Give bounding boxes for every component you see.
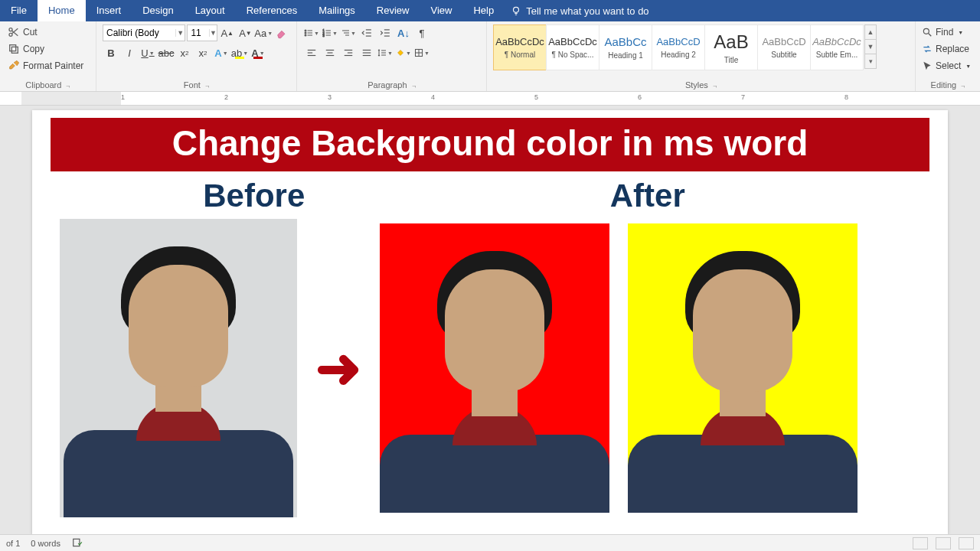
image-after-red[interactable] xyxy=(380,223,609,513)
align-center-button[interactable] xyxy=(322,44,338,61)
decrease-indent-button[interactable] xyxy=(358,24,375,41)
show-marks-button[interactable]: ¶ xyxy=(413,24,430,41)
horizontal-ruler[interactable]: 12345678 xyxy=(0,92,980,106)
outdent-icon xyxy=(361,28,372,38)
shading-button[interactable]: ▼ xyxy=(395,44,412,61)
tab-layout[interactable]: Layout xyxy=(185,0,236,21)
read-mode-button[interactable] xyxy=(913,537,928,549)
borders-icon xyxy=(414,47,423,58)
clear-formatting-button[interactable] xyxy=(273,24,290,41)
search-icon xyxy=(922,27,933,37)
line-spacing-icon xyxy=(377,47,387,58)
underline-button[interactable]: U▼ xyxy=(139,44,156,61)
find-label: Find xyxy=(936,27,953,37)
svg-rect-3 xyxy=(11,47,18,53)
align-center-icon xyxy=(325,47,335,58)
clipboard-group-label: Clipboard xyxy=(6,80,90,91)
highlight-button[interactable]: ab▼ xyxy=(231,44,248,61)
borders-button[interactable]: ▼ xyxy=(413,44,430,61)
style-heading-1[interactable]: AaBbCcHeading 1 xyxy=(599,24,652,70)
style-gallery[interactable]: AaBbCcDc¶ NormalAaBbCcDc¶ No Spac...AaBb… xyxy=(493,24,909,70)
line-spacing-button[interactable]: ▼ xyxy=(377,44,394,61)
document-area[interactable]: Change Background color in ms word Befor… xyxy=(0,106,980,534)
copy-icon xyxy=(8,43,20,55)
format-painter-button[interactable]: Format Painter xyxy=(6,58,85,73)
tab-review[interactable]: Review xyxy=(366,0,420,21)
bullets-button[interactable]: ▼ xyxy=(303,24,320,41)
tab-help[interactable]: Help xyxy=(462,0,505,21)
font-color-button[interactable]: A▼ xyxy=(250,44,266,61)
font-name-combo[interactable]: ▼ xyxy=(103,24,185,41)
tab-references[interactable]: References xyxy=(236,0,308,21)
paintbrush-icon xyxy=(8,60,20,72)
font-size-combo[interactable]: ▼ xyxy=(187,24,217,41)
print-layout-button[interactable] xyxy=(936,537,951,549)
image-before[interactable] xyxy=(60,219,297,517)
image-after-yellow[interactable] xyxy=(628,223,858,513)
style-scroll-btn[interactable]: ▼ xyxy=(864,39,877,54)
scissors-icon xyxy=(8,26,20,38)
style---normal[interactable]: AaBbCcDc¶ Normal xyxy=(493,24,547,70)
increase-indent-button[interactable] xyxy=(377,24,394,41)
shrink-font-button[interactable]: A▼ xyxy=(237,24,254,41)
web-layout-button[interactable] xyxy=(959,537,974,549)
superscript-button[interactable]: x2 xyxy=(194,44,211,61)
copy-button[interactable]: Copy xyxy=(6,41,85,57)
style-subtitle[interactable]: AaBbCcDSubtitle xyxy=(757,24,811,70)
cut-label: Cut xyxy=(23,27,38,37)
multilevel-list-button[interactable]: ▼ xyxy=(340,24,357,41)
align-left-button[interactable] xyxy=(303,44,320,61)
bold-button[interactable]: B xyxy=(103,44,119,61)
chevron-down-icon[interactable]: ▼ xyxy=(209,29,217,37)
subscript-button[interactable]: x2 xyxy=(176,44,193,61)
chevron-down-icon[interactable]: ▼ xyxy=(175,29,185,37)
change-case-button[interactable]: Aa▼ xyxy=(255,24,272,41)
style-subtle-em---[interactable]: AaBbCcDcSubtle Em... xyxy=(810,24,864,70)
select-button[interactable]: Select▼ xyxy=(922,58,974,73)
before-label: Before xyxy=(203,178,305,214)
tab-view[interactable]: View xyxy=(420,0,462,21)
svg-point-9 xyxy=(305,34,306,36)
tab-mailings[interactable]: Mailings xyxy=(308,0,366,21)
tell-me-search[interactable]: Tell me what you want to do xyxy=(511,5,648,17)
replace-button[interactable]: Replace xyxy=(922,41,974,57)
bullets-icon xyxy=(304,28,313,38)
svg-line-45 xyxy=(929,34,932,37)
font-group-label: Font xyxy=(103,80,290,91)
italic-button[interactable]: I xyxy=(121,44,138,61)
style-title[interactable]: AaBTitle xyxy=(704,24,758,70)
tab-design[interactable]: Design xyxy=(132,0,184,21)
replace-label: Replace xyxy=(936,44,969,54)
justify-button[interactable] xyxy=(358,44,375,61)
spellcheck-icon[interactable] xyxy=(71,537,83,549)
style---no-spac---[interactable]: AaBbCcDc¶ No Spac... xyxy=(546,24,599,70)
style-heading-2[interactable]: AaBbCcDHeading 2 xyxy=(652,24,705,70)
grow-font-button[interactable]: A▲ xyxy=(219,24,236,41)
ribbon-tabs: File Home Insert Design Layout Reference… xyxy=(0,0,980,21)
group-paragraph: ▼ 123▼ ▼ A↓ ¶ ▼ ▼ ▼ Paragraph xyxy=(297,21,487,91)
style-scroll-btn[interactable]: ▲ xyxy=(864,24,877,40)
page-indicator[interactable]: of 1 xyxy=(6,539,20,548)
text-effects-button[interactable]: A▼ xyxy=(213,44,230,61)
tab-file[interactable]: File xyxy=(0,0,38,21)
sort-button[interactable]: A↓ xyxy=(395,24,412,41)
editing-group-label: Editing xyxy=(922,80,974,91)
bucket-icon xyxy=(396,47,405,58)
tab-insert[interactable]: Insert xyxy=(86,0,132,21)
font-size-input[interactable] xyxy=(188,28,209,38)
cut-button[interactable]: Cut xyxy=(6,24,85,40)
find-button[interactable]: Find▼ xyxy=(922,24,974,40)
bulb-icon xyxy=(511,5,521,16)
svg-rect-4 xyxy=(10,45,16,51)
font-name-input[interactable] xyxy=(103,28,175,38)
style-scroll-btn[interactable]: ▾ xyxy=(864,54,877,69)
align-right-button[interactable] xyxy=(340,44,357,61)
justify-icon xyxy=(361,47,372,58)
numbering-button[interactable]: 123▼ xyxy=(322,24,338,41)
tab-home[interactable]: Home xyxy=(38,0,86,21)
after-label: After xyxy=(610,178,685,214)
group-editing: Find▼ Replace Select▼ Editing xyxy=(916,21,980,91)
status-bar: of 1 0 words xyxy=(0,534,980,551)
strikethrough-button[interactable]: abc xyxy=(158,44,175,61)
word-count[interactable]: 0 words xyxy=(31,539,60,548)
